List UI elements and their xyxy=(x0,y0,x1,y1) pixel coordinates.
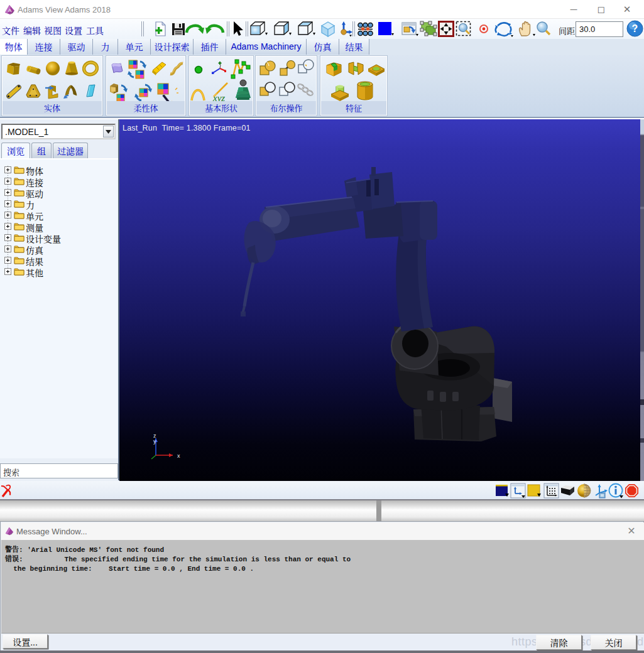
svg-text:x: x xyxy=(177,453,180,459)
svg-text:xyz: xyz xyxy=(212,93,225,102)
svg-text:y: y xyxy=(153,438,156,445)
svg-text:A: A xyxy=(8,8,12,13)
svg-text:?: ? xyxy=(632,23,638,34)
